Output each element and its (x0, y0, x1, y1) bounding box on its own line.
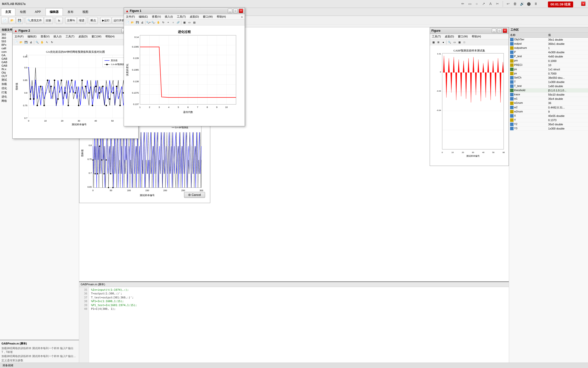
fig-rt-menu-window[interactable]: 窗口(W) (456, 34, 470, 39)
fig2-tb-pan[interactable]: ✋ (40, 40, 45, 45)
ws-row-x[interactable]: X 40x55 double (509, 114, 588, 118)
cancel-button[interactable]: Cancel (184, 192, 205, 198)
ws-row-preci[interactable]: PRECI 10 (509, 63, 588, 67)
tab-publish[interactable]: 发布 (63, 8, 78, 16)
fig1-menu-window[interactable]: 窗口(W) (201, 14, 215, 19)
tab-app[interactable]: APP (31, 8, 45, 16)
text-icon[interactable]: A (488, 1, 493, 6)
fig2-menu-file[interactable]: 文件(F) (13, 34, 25, 39)
figure1-maximize-btn[interactable]: □ (233, 9, 238, 13)
ws-row-ps[interactable]: ps 1x1 struct (509, 67, 588, 71)
tab-view[interactable]: 视图 (78, 8, 93, 16)
figure-right-maximize-btn[interactable]: □ (497, 28, 502, 33)
fig1-tb-rotate[interactable]: ↻ (161, 20, 166, 25)
fig1-tb-zoom-in[interactable]: 🔍+ (146, 20, 151, 25)
pencil-icon[interactable]: ✏ (460, 1, 466, 6)
fig1-tb-legend[interactable]: ▦ (182, 20, 187, 25)
ws-row-trace[interactable]: trace 56x10 double (509, 93, 588, 97)
tab-plot[interactable]: 绘图 (16, 8, 30, 16)
ws-row-y3[interactable]: Y3 1x300 double (509, 126, 588, 131)
fig1-menu-tools[interactable]: 工具(T) (175, 14, 188, 19)
ws-row-w1num[interactable]: w1num 36 (509, 101, 588, 105)
fig1-tb-save[interactable]: 💾 (135, 20, 140, 25)
fig1-tb-new[interactable]: 📄 (125, 20, 130, 25)
ws-row-y2[interactable]: Y2 36x0 double (509, 122, 588, 126)
fig2-menu-help[interactable]: 帮助(H) (103, 34, 117, 39)
ws-row-t[interactable]: T 1x300 double (509, 80, 588, 84)
delete-icon[interactable]: 🗑 (512, 1, 518, 6)
fig1-tb-datacursor[interactable]: + (166, 20, 171, 25)
fig1-tb-pan[interactable]: ✋ (156, 20, 161, 25)
indent-btn[interactable]: 缩进 (77, 17, 86, 24)
fig1-tb-subplot[interactable]: ▤ (192, 20, 197, 25)
fig1-menu-desktop[interactable]: 桌面(D) (188, 14, 201, 19)
undo-icon[interactable]: ↩ (505, 1, 511, 6)
pause-icon[interactable]: ⏸ (533, 1, 539, 6)
fig1-tb-brush[interactable]: ○ (171, 20, 176, 25)
comment-btn[interactable]: 注释% (65, 17, 77, 24)
fig2-menu-desktop[interactable]: 桌面(D) (76, 34, 90, 39)
ws-row-threshold[interactable]: threshold [0;1;0.1;0;1;0... (509, 88, 588, 93)
fig2-tb-new[interactable]: 📄 (14, 40, 19, 45)
arrow-icon[interactable]: ↗ (481, 1, 486, 6)
figure1-close-btn[interactable]: ✕ (239, 9, 243, 13)
close-main-btn[interactable]: ✕ (581, 1, 586, 6)
fig2-menu-insert[interactable]: 插入(I) (51, 34, 63, 39)
fig1-tb-colorbar[interactable]: ▭ (187, 20, 192, 25)
fig2-tb-open[interactable]: 📂 (19, 40, 24, 45)
fig1-menu-edit[interactable]: 编辑(E) (137, 14, 150, 19)
tab-home[interactable]: 主页 (1, 8, 15, 16)
tab-editor[interactable]: 编辑器 (46, 8, 63, 16)
fig1-tb-link[interactable]: 🔗 (176, 20, 181, 25)
fig2-tb-print[interactable]: 🖨 (28, 40, 33, 45)
fig-rt-menu-tools[interactable]: 工具(T) (430, 34, 443, 39)
ws-row-w1[interactable]: w1 36x4 double (509, 97, 588, 101)
fig2-menu-window[interactable]: 窗口(W) (90, 34, 103, 39)
ws-row-ptest[interactable]: P_test 4x60 double (509, 54, 588, 59)
fig1-tb-print[interactable]: 🖨 (140, 20, 145, 25)
fig-rt-tb-5[interactable]: ▭ (452, 40, 457, 45)
ws-row-ttest[interactable]: T_test 1x60 double (509, 84, 588, 88)
figure-right-minimize-btn[interactable]: _ (492, 28, 496, 33)
ws-row-p[interactable]: P 4x300 double (509, 50, 588, 54)
circle-icon[interactable]: ○ (474, 1, 479, 6)
figure-right-close-btn[interactable]: ✕ (503, 28, 507, 33)
ws-row-objvser[interactable]: ObjVSer 36x1 double (509, 38, 588, 42)
ws-row-w2[interactable]: w2 0.4482;0.31... (509, 105, 588, 109)
ws-row-outputnum[interactable]: outputnum 1 (509, 46, 588, 50)
audio-icon[interactable]: 🔊 (519, 1, 525, 6)
fig2-menu-edit[interactable]: 编辑(E) (25, 34, 39, 39)
fig1-tb-zoom-out[interactable]: 🔍- (151, 20, 156, 25)
breakpoint-btn[interactable]: 断点 (89, 17, 98, 24)
fig-rt-tb-4[interactable]: 🔍 (447, 40, 452, 45)
ws-row-px[interactable]: px 0.7000 (509, 71, 588, 76)
ws-row-pm[interactable]: pm 0.1000 (509, 59, 588, 63)
fig2-tb-save[interactable]: 💾 (24, 40, 28, 45)
fig2-tb-rotate[interactable]: ↻ (49, 40, 54, 45)
fig1-menu-file[interactable]: 文件(F) (124, 14, 137, 19)
fig2-menu-tools[interactable]: 工具(T) (64, 34, 76, 39)
fig-rt-tb-7[interactable]: □ (462, 40, 467, 45)
scissors-icon[interactable]: ✂ (495, 1, 500, 6)
ws-row-w2num[interactable]: w2num 9 (509, 109, 588, 114)
fig-rt-tb-6[interactable]: ▦ (457, 40, 462, 45)
new-btn[interactable]: 📄 (1, 17, 8, 24)
fig1-menu-help[interactable]: 帮助(H) (215, 14, 228, 19)
fig-rt-tb-1[interactable]: ▦ (431, 40, 436, 45)
fig2-tb-cursor[interactable]: ↖ (45, 40, 49, 45)
fig1-menu-more[interactable]: » (239, 14, 245, 19)
save-btn[interactable]: 💾 (16, 17, 23, 24)
compare-btn[interactable]: 比较 (44, 17, 53, 24)
fx-btn[interactable]: fx (56, 17, 63, 24)
record-icon[interactable]: ⬤ (526, 1, 532, 6)
find-files-btn[interactable]: 🔍 查找文件 (26, 17, 44, 24)
ws-row-output[interactable]: output 360x1 double (509, 42, 588, 46)
figure1-minimize-btn[interactable]: _ (228, 9, 232, 13)
fig2-tb-zoom[interactable]: 🔍 (35, 40, 40, 45)
fig-rt-tb-3[interactable]: ● (441, 40, 446, 45)
fig-rt-menu-desktop[interactable]: 桌面(D) (443, 34, 456, 39)
fig1-menu-view[interactable]: 查看(V) (150, 14, 163, 19)
rectangle-icon[interactable]: ▭ (467, 1, 472, 6)
fig-rt-tb-2[interactable]: ⊞ (436, 40, 441, 45)
fig-rt-menu-help[interactable]: 帮助(H) (470, 34, 483, 39)
